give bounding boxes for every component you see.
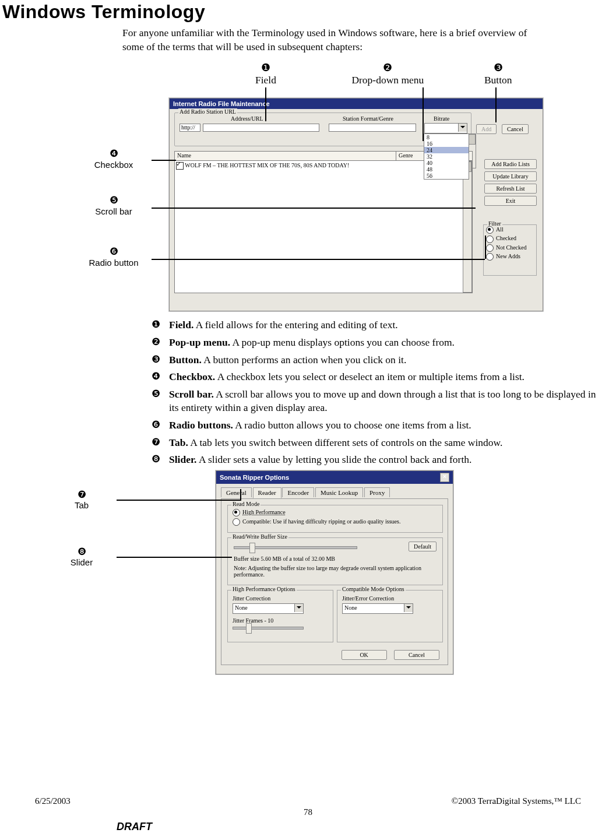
callout-label: Field	[225, 74, 307, 86]
callout-number: ❸	[469, 62, 527, 74]
def-desc: A scroll bar allows you to move up and d…	[169, 388, 596, 414]
def-term: Slider.	[169, 454, 197, 465]
tab-general[interactable]: General	[221, 487, 252, 497]
pointer-line	[152, 208, 476, 209]
update-library-button[interactable]: Update Library	[484, 171, 537, 181]
tab-music-lookup[interactable]: Music Lookup	[315, 487, 363, 497]
group-caption: High Performance Options	[231, 586, 297, 592]
group-compat-options: Compatible Mode Options Jitter/Error Cor…	[337, 590, 443, 642]
definition-item: ❻Radio buttons. A radio button allows yo…	[152, 419, 604, 433]
list-item[interactable]: 32	[424, 153, 469, 160]
radio-label: All	[496, 226, 504, 233]
buffer-slider[interactable]	[234, 546, 357, 549]
page-number: 78	[35, 807, 581, 817]
radio-new-adds[interactable]: New Adds	[486, 253, 534, 261]
jitter-frames-slider[interactable]	[233, 627, 304, 630]
ok-button[interactable]: OK	[342, 650, 387, 660]
callout-button: ❸ Button	[469, 62, 527, 86]
radio-compatible[interactable]: Compatible: Use if having difficulty rip…	[233, 518, 400, 526]
footer-date: 6/25/2003	[35, 796, 71, 806]
tab-encoder[interactable]: Encoder	[282, 487, 314, 497]
tab-reader[interactable]: Reader	[253, 487, 281, 498]
bitrate-dropdown-list[interactable]: 8 16 24 32 40 48 56	[424, 133, 469, 180]
def-number: ❻	[152, 419, 169, 432]
pointer-line	[495, 87, 497, 122]
page-footer: 6/25/2003 ©2003 TerraDigital Systems,™ L…	[0, 793, 616, 840]
group-read-mode: Read Mode High Performance Compatible: U…	[227, 505, 443, 533]
default-button[interactable]: Default	[409, 542, 437, 551]
pointer-line	[152, 259, 485, 260]
jitter-error-correction-select[interactable]: None	[342, 603, 413, 614]
slider-thumb[interactable]	[249, 543, 255, 553]
list-scrollbar[interactable]	[463, 161, 472, 293]
callout-label: Scroll bar	[76, 206, 152, 216]
url-field[interactable]	[203, 124, 319, 132]
radio-icon	[486, 244, 494, 252]
chevron-down-icon	[294, 604, 303, 612]
table-row[interactable]: WOLF FM – THE HOTTEST MIX OF THE 70S, 80…	[176, 162, 349, 170]
exit-button[interactable]: Exit	[484, 196, 537, 206]
list-item[interactable]: 48	[424, 166, 469, 173]
callout-number: ❺	[76, 195, 152, 206]
label-format: Station Format/Genre	[343, 115, 393, 122]
bitrate-select[interactable]	[424, 123, 467, 133]
group-caption: Add Radio Station URL	[178, 108, 237, 115]
chevron-down-icon	[458, 124, 467, 132]
radio-label: Not Checked	[496, 244, 527, 251]
tab-panel: Read Mode High Performance Compatible: U…	[221, 498, 448, 665]
radio-all[interactable]: All	[486, 226, 534, 234]
label-address: Address/URL	[231, 115, 263, 122]
definition-item: ❽Slider. A slider sets a value by lettin…	[152, 453, 604, 467]
row-checkbox[interactable]	[176, 162, 184, 170]
list-item[interactable]: 56	[424, 173, 469, 179]
cancel-button[interactable]: Cancel	[394, 650, 439, 660]
jitter-correction-select[interactable]: None	[233, 603, 304, 614]
def-number: ❸	[152, 353, 169, 367]
definition-item: ❶Field. A field allows for the entering …	[152, 318, 604, 332]
def-number: ❽	[152, 453, 169, 466]
close-icon[interactable]: ×	[440, 473, 449, 482]
list-item[interactable]: 24	[424, 147, 469, 153]
def-term: Checkbox.	[169, 371, 215, 382]
list-item[interactable]: 8	[424, 134, 469, 140]
tab-proxy[interactable]: Proxy	[364, 487, 390, 497]
radio-icon	[486, 226, 494, 234]
label-jitter-frames: Jitter Frames - 10	[233, 617, 273, 624]
callout-scrollbar: ❺ Scroll bar	[76, 195, 152, 216]
station-list[interactable]: WOLF FM – THE HOTTEST MIX OF THE 70S, 80…	[174, 160, 473, 293]
radio-icon	[486, 253, 494, 261]
radio-not-checked[interactable]: Not Checked	[486, 244, 534, 252]
add-button[interactable]: Add	[476, 124, 497, 134]
refresh-list-button[interactable]: Refresh List	[484, 184, 537, 194]
group-caption: Read/Write Buffer Size	[231, 533, 288, 540]
def-number: ❷	[152, 336, 169, 349]
side-button-stack: Add Radio Lists Update Library Refresh L…	[484, 157, 537, 208]
pointer-line	[265, 87, 266, 121]
def-number: ❼	[152, 436, 169, 449]
url-protocol-field[interactable]: http://	[179, 124, 200, 132]
radio-high-performance[interactable]: High Performance	[233, 509, 286, 516]
def-desc: A radio button allows you to choose one …	[233, 419, 471, 431]
radio-checked[interactable]: Checked	[486, 235, 534, 242]
list-item[interactable]: 40	[424, 160, 469, 166]
callout-number: ❷	[309, 62, 466, 74]
format-field[interactable]	[329, 124, 416, 132]
definition-item: ❺Scroll bar. A scroll bar allows you to …	[152, 388, 604, 415]
radio-icon	[233, 518, 240, 526]
slider-thumb[interactable]	[246, 623, 252, 634]
radio-label: New Adds	[496, 253, 520, 259]
def-desc: A pop-up menu displays options you can c…	[230, 336, 455, 348]
select-value: None	[235, 604, 248, 611]
def-number: ❶	[152, 318, 169, 332]
radio-label: Compatible: Use if having difficulty rip…	[242, 518, 400, 525]
tab-bar: General Reader Encoder Music Lookup Prox…	[221, 487, 453, 498]
callout-number: ❼	[47, 489, 117, 501]
row-name: WOLF FM – THE HOTTEST MIX OF THE 70S, 80…	[185, 162, 349, 168]
radio-label: Checked	[496, 235, 516, 241]
buffer-size-text: Buffer size 5.60 MB of a total of 32.00 …	[234, 556, 335, 562]
chevron-down-icon	[404, 604, 413, 612]
add-radio-lists-button[interactable]: Add Radio Lists	[484, 159, 537, 169]
def-desc: A slider sets a value by letting you sli…	[197, 454, 472, 465]
cancel-button[interactable]: Cancel	[502, 124, 529, 134]
list-item[interactable]: 16	[424, 140, 469, 147]
